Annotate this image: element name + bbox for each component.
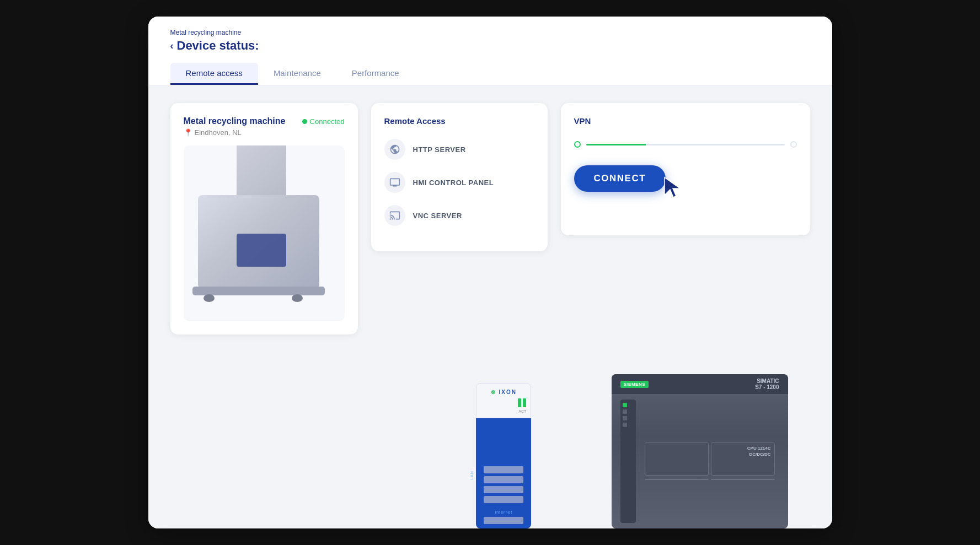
- machine-name: Metal recycling machine: [184, 116, 286, 126]
- siemens-top-bar: SIEMENS SIMATIC S7 - 1200: [612, 374, 788, 394]
- tab-performance[interactable]: Performance: [336, 63, 415, 85]
- vnc-label: VNC SERVER: [413, 212, 462, 220]
- remote-access-title: Remote Access: [384, 116, 534, 126]
- port-4: [484, 476, 523, 483]
- machine-card: Metal recycling machine Connected 📍 Eind…: [170, 103, 358, 334]
- breadcrumb: Metal recycling machine: [170, 29, 810, 36]
- siemens-model: SIMATIC: [755, 378, 779, 384]
- connect-button[interactable]: CONNECT: [574, 165, 666, 192]
- led-err: [623, 416, 627, 420]
- wheel-right: [292, 294, 303, 302]
- ixon-name: IXON: [499, 389, 516, 395]
- location-text: Eindhoven, NL: [195, 128, 242, 137]
- led-1: [518, 398, 521, 407]
- siemens-device: SIEMENS SIMATIC S7 - 1200: [612, 374, 788, 528]
- siemens-modules: CPU 1214CDC/DC/DC: [640, 443, 779, 480]
- tabs: Remote access Maintenance Performance: [170, 63, 810, 85]
- vnc-icon-circle: [384, 205, 405, 226]
- vpn-title: VPN: [574, 116, 797, 126]
- vpn-slider[interactable]: [574, 141, 797, 148]
- status-badge: Connected: [302, 117, 345, 126]
- cursor-area: CONNECT: [574, 165, 797, 202]
- module-row-1: CPU 1214CDC/DC/DC: [645, 443, 775, 476]
- ixon-lan-label: LAN: [470, 471, 474, 480]
- machine-card-header: Metal recycling machine Connected: [184, 116, 345, 126]
- cursor-arrow: [661, 175, 686, 202]
- header: Metal recycling machine ‹ Device status:…: [148, 17, 832, 85]
- port-internet: [484, 517, 523, 524]
- http-label: HTTP SERVER: [413, 145, 466, 154]
- siemens-plc: SIEMENS SIMATIC S7 - 1200: [612, 374, 788, 528]
- remote-item-vnc[interactable]: VNC SERVER: [384, 205, 534, 226]
- remote-access-card: Remote Access HTTP SERVER HMI CONTROL PA…: [371, 103, 548, 251]
- machine-location: 📍 Eindhoven, NL: [184, 128, 345, 137]
- led-stop: [623, 409, 627, 414]
- bottom-devices-area: ⊗ IXON ACT LAN Internet: [148, 352, 832, 528]
- tab-remote-access[interactable]: Remote access: [170, 63, 258, 85]
- ixon-symbol: ⊗: [491, 389, 499, 395]
- remote-item-http[interactable]: HTTP SERVER: [384, 139, 534, 160]
- page-title: Device status:: [177, 39, 259, 53]
- svg-marker-0: [665, 177, 680, 197]
- vpn-slider-left-dot: [574, 141, 581, 148]
- hmi-icon-circle: [384, 172, 405, 193]
- port-5: [484, 466, 523, 473]
- ixon-bottom: LAN Internet: [476, 418, 531, 528]
- tab-maintenance[interactable]: Maintenance: [258, 63, 336, 85]
- back-icon[interactable]: ‹: [170, 40, 174, 52]
- content-area: Metal recycling machine Connected 📍 Eind…: [148, 85, 832, 352]
- ixon-device: ⊗ IXON ACT LAN Internet: [476, 383, 531, 528]
- ixon-top: ⊗ IXON ACT: [476, 383, 531, 418]
- monitor-icon: [389, 177, 400, 188]
- siemens-body: CPU 1214CDC/DC/DC: [612, 394, 788, 528]
- vpn-card: VPN CONNECT: [561, 103, 810, 235]
- ixon-act-label: ACT: [481, 409, 526, 413]
- ixon-brand: ⊗ IXON: [481, 389, 526, 395]
- vpn-slider-right-dot: [790, 141, 797, 148]
- siemens-model2: S7 - 1200: [755, 384, 779, 390]
- wheel-left: [204, 294, 215, 302]
- led-run: [623, 403, 627, 407]
- status-dot: [302, 119, 307, 124]
- cast-icon: [389, 210, 400, 221]
- machine-illustration: [187, 162, 341, 305]
- module-2: CPU 1214CDC/DC/DC: [711, 443, 775, 476]
- port-2: [484, 496, 523, 503]
- siemens-badge: SIEMENS: [620, 381, 649, 388]
- siemens-model-area: SIMATIC S7 - 1200: [755, 378, 779, 390]
- led-maint: [623, 423, 627, 427]
- siemens-led-strip: [620, 400, 636, 523]
- vpn-slider-track: [586, 144, 785, 145]
- module-row-2: [645, 479, 775, 480]
- ixon-leds: [481, 398, 526, 407]
- cursor-icon: [661, 175, 686, 199]
- globe-icon: [389, 144, 400, 155]
- module-4: [711, 479, 775, 480]
- module-3: [645, 479, 709, 480]
- machine-panel: [237, 234, 286, 267]
- module-1: [645, 443, 709, 476]
- app-window: Metal recycling machine ‹ Device status:…: [148, 17, 832, 528]
- machine-top: [237, 145, 286, 195]
- port-3: [484, 486, 523, 493]
- location-icon: 📍: [184, 128, 192, 137]
- remote-item-hmi[interactable]: HMI CONTROL PANEL: [384, 172, 534, 193]
- status-label: Connected: [310, 117, 345, 126]
- machine-base: [192, 287, 325, 295]
- led-2: [523, 398, 526, 407]
- machine-image-area: [184, 145, 345, 321]
- ixon-internet-label: Internet: [495, 510, 512, 514]
- hmi-label: HMI CONTROL PANEL: [413, 179, 494, 187]
- cpu-label: CPU 1214CDC/DC/DC: [711, 443, 774, 460]
- http-icon-circle: [384, 139, 405, 160]
- page-title-row: ‹ Device status:: [170, 39, 810, 53]
